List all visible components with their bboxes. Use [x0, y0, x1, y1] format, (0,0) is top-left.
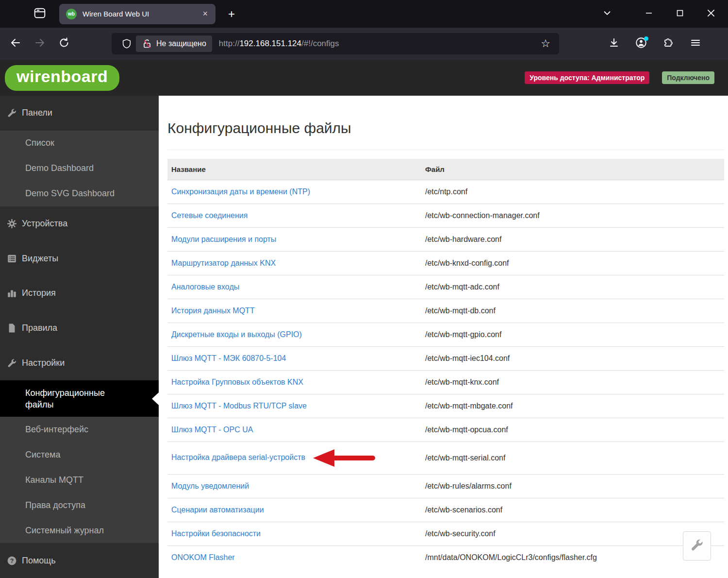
forward-button[interactable]: [31, 35, 49, 52]
new-tab-button[interactable]: +: [224, 7, 239, 21]
table-row: ONOKOM Flasher /mnt/data/ONOKOM/LogicCLr…: [167, 546, 724, 570]
sidebar-item-config-files-active[interactable]: Конфигурационные файлы: [0, 380, 159, 417]
extensions-button[interactable]: [660, 35, 677, 52]
site-security-chip[interactable]: Не защищено: [136, 35, 212, 52]
forward-icon: [34, 37, 46, 51]
connection-status-badge: Подключено: [662, 71, 714, 84]
config-file-link[interactable]: Синхронизация даты и времени (NTP): [171, 187, 310, 196]
config-file-path: /etc/wb-mqtt-opcua.conf: [421, 418, 724, 442]
window-minimize-button[interactable]: [641, 6, 657, 22]
sidebar-item-web-interface[interactable]: Веб-интерфейс: [0, 417, 159, 442]
sidebar-item-widgets[interactable]: Виджеты: [0, 241, 159, 276]
config-file-path: /etc/wb-mqtt-knx.conf: [421, 371, 724, 394]
sidebar-item-demo-svg-dashboard[interactable]: Demo SVG Dashboard: [0, 181, 159, 206]
url-scheme: http://: [219, 39, 240, 48]
url-text[interactable]: http://192.168.151.124/#!/configs: [219, 39, 537, 49]
config-file-link[interactable]: Сценарии автоматизации: [171, 506, 264, 514]
sidebar-item-label: Правила: [22, 323, 57, 333]
config-file-path: /etc/wb-security.conf: [421, 522, 724, 546]
sidebar-item-system-log[interactable]: Системный журнал: [0, 518, 159, 543]
config-file-link[interactable]: Шлюз MQTT - Modbus RTU/TCP slave: [171, 402, 307, 410]
sidebar-item-label: Demo SVG Dashboard: [25, 188, 115, 199]
table-row: Дискретные входы и выходы (GPIO) /etc/wb…: [167, 323, 724, 347]
account-button[interactable]: [633, 35, 649, 52]
firefox-view-icon: [33, 7, 46, 21]
sidebar-item-panels[interactable]: Панели: [0, 96, 159, 131]
sidebar-item-system[interactable]: Система: [0, 442, 159, 467]
window-maximize-button[interactable]: [672, 6, 688, 22]
config-file-link[interactable]: Настройка драйвера serial-устройств: [171, 453, 305, 461]
table-header-row: Название Файл: [167, 159, 724, 180]
menu-button[interactable]: [687, 35, 704, 52]
sidebar-item-label: Системный журнал: [25, 526, 104, 536]
table-row: Шлюз MQTT - OPC UA /etc/wb-mqtt-opcua.co…: [167, 418, 724, 442]
puzzle-icon: [662, 37, 674, 51]
config-file-path: /etc/wb-mqtt-iec104.conf: [421, 347, 724, 371]
main-content: Конфигурационные файлы Название Файл Син…: [159, 96, 728, 578]
reload-button[interactable]: [55, 35, 73, 52]
list-all-tabs-button[interactable]: [602, 8, 612, 20]
back-button[interactable]: [7, 35, 24, 52]
wrench-icon: [7, 108, 22, 118]
wb-header: wirenboard Уровень доступа: Администрато…: [0, 60, 728, 96]
browser-tab[interactable]: wb Wiren Board Web UI ×: [59, 4, 215, 24]
config-file-link[interactable]: Шлюз MQTT - OPC UA: [171, 425, 253, 434]
config-table-body: Синхронизация даты и времени (NTP) /etc/…: [167, 180, 724, 570]
window-close-button[interactable]: [703, 6, 719, 22]
wirenboard-logo[interactable]: wirenboard: [5, 65, 119, 91]
sidebar-item-devices[interactable]: Устройства: [0, 206, 159, 241]
config-file-link[interactable]: Маршрутизатор данных KNX: [171, 259, 276, 267]
active-item-notch: [152, 392, 159, 405]
config-file-link[interactable]: История данных MQTT: [171, 306, 255, 315]
page-title: Конфигурационные файлы: [167, 120, 724, 136]
sidebar-item-access-rights[interactable]: Права доступа: [0, 493, 159, 518]
config-file-link[interactable]: Сетевые соединения: [171, 211, 248, 220]
config-file-link[interactable]: Шлюз MQTT - МЭК 60870-5-104: [171, 354, 286, 362]
sidebar-item-list[interactable]: Список: [0, 131, 159, 156]
config-file-link[interactable]: Аналоговые входы: [171, 283, 239, 291]
sidebar-item-mqtt-channels[interactable]: Каналы MQTT: [0, 467, 159, 493]
browser-toolbar: Не защищено http://192.168.151.124/#!/co…: [0, 28, 728, 60]
config-file-link[interactable]: Модули расширения и порты: [171, 235, 276, 243]
config-file-path: /etc/wb-mqtt-mbgate.conf: [421, 394, 724, 418]
sidebar-settings-submenu: Веб-интерфейс Система Каналы MQTT Права …: [0, 417, 159, 543]
tools-fab-button[interactable]: [683, 531, 711, 561]
bookmark-star-icon[interactable]: ☆: [537, 37, 554, 50]
config-file-path: /mnt/data/ONOKOM/LogicCLr3/configs/flash…: [421, 546, 724, 570]
tracking-shield-icon[interactable]: [121, 38, 132, 49]
sidebar-item-demo-dashboard[interactable]: Demo Dashboard: [0, 156, 159, 181]
wirenboard-favicon: wb: [66, 9, 77, 19]
config-file-link[interactable]: Настройка Групповых объектов KNX: [171, 378, 303, 386]
config-file-path: /etc/wb-mqtt-serial.conf: [421, 442, 724, 475]
sidebar-item-rules[interactable]: Правила: [0, 311, 159, 346]
svg-text:?: ?: [10, 557, 14, 564]
sidebar-item-label: История: [22, 288, 56, 298]
sidebar-item-label: Система: [25, 450, 61, 460]
sidebar-item-label: Виджеты: [22, 254, 58, 264]
table-row: Настройка драйвера serial-устройств /etc…: [167, 442, 724, 475]
firefox-view-button[interactable]: [31, 5, 49, 23]
config-file-path: /etc/wb-knxd-config.conf: [421, 252, 724, 275]
table-row: Настройка Групповых объектов KNX /etc/wb…: [167, 371, 724, 394]
table-row: История данных MQTT /etc/wb-mqtt-db.conf: [167, 299, 724, 323]
url-bar[interactable]: Не защищено http://192.168.151.124/#!/co…: [112, 33, 559, 54]
title-divider: [167, 150, 724, 150]
question-circle-icon: ?: [7, 556, 22, 565]
config-file-link[interactable]: Модуль уведомлений: [171, 482, 249, 490]
sidebar-item-label: Настройки: [22, 358, 65, 368]
sidebar-item-settings[interactable]: Настройки: [0, 345, 159, 380]
config-file-path: /etc/wb-mqtt-adc.conf: [421, 275, 724, 299]
config-file-link[interactable]: ONOKOM Flasher: [171, 553, 235, 561]
sidebar-item-history[interactable]: История: [0, 276, 159, 311]
sidebar-item-label: Каналы MQTT: [25, 475, 83, 485]
downloads-button[interactable]: [606, 35, 622, 52]
column-header-file: Файл: [421, 159, 724, 180]
tab-close-icon[interactable]: ×: [199, 9, 211, 19]
account-notification-dot: [644, 36, 648, 41]
table-row: Шлюз MQTT - МЭК 60870-5-104 /etc/wb-mqtt…: [167, 347, 724, 371]
config-file-link[interactable]: Настройки безопасности: [171, 529, 261, 538]
sidebar-item-help[interactable]: ? Помощь: [0, 543, 159, 578]
config-file-link[interactable]: Дискретные входы и выходы (GPIO): [171, 330, 302, 339]
config-file-path: /etc/wb-scenarios.conf: [421, 498, 724, 522]
insecure-lock-icon: [142, 38, 152, 49]
